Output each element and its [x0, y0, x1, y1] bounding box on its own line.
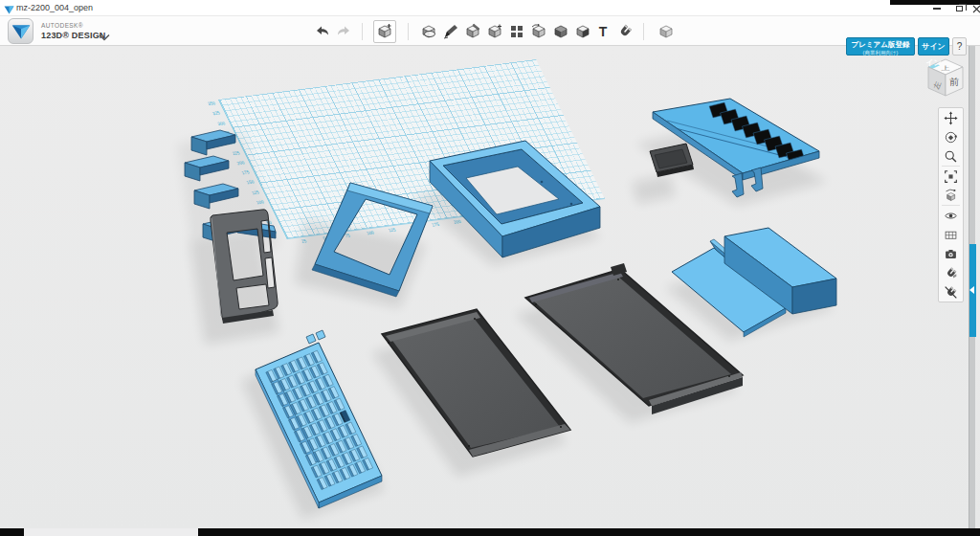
svg-text:T: T	[599, 24, 608, 39]
view-cube-icon	[657, 23, 675, 40]
text-button[interactable]: T	[593, 22, 612, 41]
zoom-button[interactable]	[939, 146, 963, 166]
snap-toggle-button[interactable]	[939, 263, 963, 282]
chevron-down-icon	[99, 34, 110, 41]
primitives-button[interactable]	[373, 20, 396, 43]
minimize-icon	[933, 8, 941, 10]
snap-off-icon	[944, 285, 958, 300]
premium-label: プレミアム版登録	[847, 40, 914, 49]
construct-icon	[464, 23, 481, 40]
taskbar-sliver	[0, 528, 980, 536]
zoom-icon	[944, 149, 958, 164]
close-icon	[972, 5, 980, 13]
navigation-toolbar	[938, 107, 964, 302]
brand-autodesk: AUTODESK®	[41, 21, 106, 31]
grid-icon	[944, 228, 958, 242]
view-button[interactable]	[657, 22, 676, 41]
viewcube[interactable]: 上 左 前	[915, 54, 976, 115]
grid-units-button[interactable]	[939, 225, 963, 244]
modify-button[interactable]	[485, 22, 504, 41]
orbit-button[interactable]	[939, 127, 963, 146]
panel-open-arrow-icon	[969, 286, 974, 294]
toolbar-separator	[643, 23, 644, 40]
measure-button[interactable]	[551, 22, 570, 41]
text-tool-icon: T	[594, 23, 612, 40]
main-menu-dropdown[interactable]	[99, 28, 110, 45]
construct-button[interactable]	[463, 22, 482, 41]
viewcube-top-label: 上	[942, 65, 951, 72]
combine-button[interactable]	[529, 22, 548, 41]
magnet-icon	[616, 23, 634, 40]
main-toolbar: AUTODESK® 123D® DESIGN	[0, 15, 980, 46]
app-icon	[4, 2, 14, 19]
redo-button[interactable]	[335, 22, 354, 41]
pattern-icon	[508, 23, 525, 40]
pattern-button[interactable]	[507, 22, 526, 41]
pan-icon	[944, 111, 958, 125]
sketch-pen-button[interactable]	[441, 22, 460, 41]
brand-text: AUTODESK® 123D® DESIGN	[41, 21, 106, 40]
orientation-icon	[944, 189, 958, 203]
modify-icon	[486, 23, 503, 40]
orbit-icon	[944, 130, 958, 145]
app-window: mz-2200_004_open AUTODESK® 123D® DESIGN	[0, 0, 980, 536]
right-panel-rail[interactable]	[969, 46, 975, 528]
window-title: mz-2200_004_open	[16, 3, 93, 12]
premium-sublabel: (商業利用向け)	[847, 49, 914, 57]
premium-register-button[interactable]: プレミアム版登録 (商業利用向け)	[846, 37, 915, 56]
taskbar-app-segment[interactable]	[24, 528, 198, 536]
scene-3d	[0, 46, 980, 528]
signin-button[interactable]: サインイン	[918, 37, 949, 56]
panel-slide-handle[interactable]	[969, 244, 976, 337]
maximize-icon	[956, 6, 963, 11]
brand-123d-design: 123D® DESIGN	[41, 31, 106, 40]
eye-icon	[944, 209, 958, 223]
viewport-3d[interactable]: 2525505075751001001251251501501751752002…	[0, 46, 980, 528]
toolbar-separator	[362, 23, 363, 40]
minimize-button[interactable]	[926, 3, 947, 14]
primitives-icon	[376, 23, 393, 40]
fit-icon	[944, 169, 958, 184]
screenshot-button[interactable]	[939, 244, 963, 263]
visibility-button[interactable]	[939, 206, 963, 225]
123d-logo-icon	[10, 20, 33, 43]
measure-icon	[552, 23, 569, 40]
app-menu-button[interactable]	[8, 18, 33, 44]
material-button[interactable]	[573, 22, 592, 41]
undo-icon	[313, 23, 330, 40]
snap-button[interactable]	[615, 22, 635, 41]
pan-button[interactable]	[939, 108, 963, 127]
redo-icon	[336, 23, 353, 40]
material-icon	[574, 23, 591, 40]
camera-icon	[944, 247, 958, 261]
viewcube-front-label: 前	[949, 77, 959, 87]
titlebar: mz-2200_004_open	[0, 0, 980, 15]
sketch-button[interactable]	[419, 22, 438, 41]
close-button[interactable]	[966, 3, 980, 14]
help-button[interactable]: ?	[952, 37, 967, 56]
orientation-button[interactable]	[939, 186, 963, 205]
toolbar-separator	[408, 23, 409, 40]
undo-button[interactable]	[312, 22, 331, 41]
sketch-lasso-icon	[420, 23, 437, 40]
fit-button[interactable]	[939, 167, 963, 186]
snap-off-button[interactable]	[939, 282, 963, 302]
snap-magnet-icon	[944, 266, 958, 280]
combine-icon	[530, 23, 547, 40]
pen-icon	[442, 23, 459, 40]
